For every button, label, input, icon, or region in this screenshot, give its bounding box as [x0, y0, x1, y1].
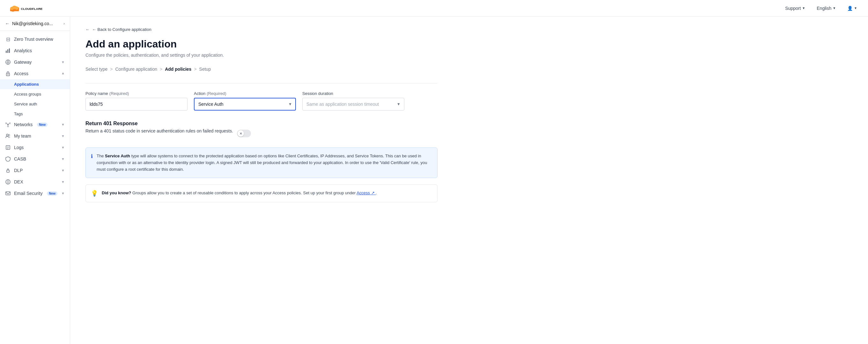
- step-add-policies[interactable]: Add policies: [165, 67, 191, 72]
- sidebar-label-dex: DEX: [14, 179, 23, 184]
- networks-chevron-icon: ▼: [61, 123, 65, 127]
- account-name: Nik@gristleking.co...: [12, 21, 53, 26]
- action-group: Action (Required) Allow Block Bypass Ser…: [194, 91, 296, 110]
- step-configure-app[interactable]: Configure application: [115, 67, 157, 72]
- sidebar-item-analytics[interactable]: Analytics: [0, 45, 70, 56]
- sidebar-item-logs[interactable]: Logs ▼: [0, 142, 70, 153]
- email-security-chevron-icon: ▼: [61, 192, 65, 195]
- policy-name-input[interactable]: [86, 98, 187, 110]
- action-select-wrapper: Allow Block Bypass Service Auth Non Iden…: [194, 98, 296, 110]
- action-required: (Required): [207, 91, 226, 96]
- zero-trust-icon: ⊟: [5, 36, 11, 42]
- steps-breadcrumb: Select type > Configure application > Ad…: [86, 67, 437, 72]
- svg-rect-10: [9, 48, 10, 53]
- sidebar-label-my-team: My team: [14, 133, 31, 139]
- sidebar-item-access[interactable]: Access ▼: [0, 68, 70, 79]
- sidebar-subitem-applications[interactable]: Applications: [0, 79, 70, 89]
- policy-name-group: Policy name (Required): [86, 91, 187, 110]
- session-duration-label: Session duration: [302, 91, 404, 96]
- sidebar-item-email-security[interactable]: Email Security New ▼: [0, 187, 70, 199]
- policy-name-required: (Required): [110, 91, 129, 96]
- info-icon: ℹ: [91, 153, 93, 173]
- svg-rect-33: [6, 192, 10, 195]
- sidebar-item-dlp[interactable]: DLP ▼: [0, 165, 70, 176]
- session-duration-select[interactable]: Same as application session timeout: [302, 98, 404, 110]
- email-security-icon: [5, 191, 11, 196]
- networks-icon: [5, 122, 11, 128]
- account-switcher[interactable]: ← Nik@gristleking.co... ›: [0, 16, 70, 31]
- email-security-badge: New: [47, 192, 57, 196]
- sidebar-subitem-access-groups[interactable]: Access groups: [0, 89, 70, 99]
- sidebar-subitem-tags[interactable]: Tags: [0, 109, 70, 119]
- step-arrow-2: >: [160, 67, 162, 72]
- svg-text:CLOUDFLARE: CLOUDFLARE: [21, 7, 43, 10]
- sidebar-label-casb: CASB: [14, 157, 26, 162]
- page-title: Add an application: [86, 38, 437, 50]
- sidebar-subitem-service-auth[interactable]: Service auth: [0, 99, 70, 109]
- svg-rect-8: [6, 50, 7, 53]
- svg-point-16: [5, 123, 7, 124]
- tip-box: 💡 Did you know? Groups allow you to crea…: [86, 184, 437, 202]
- page-subtitle: Configure the policies, authentication, …: [86, 53, 437, 58]
- dlp-chevron-icon: ▼: [61, 169, 65, 172]
- tip-lightbulb-icon: 💡: [91, 190, 98, 197]
- info-text: The Service Auth type will allow systems…: [97, 153, 432, 173]
- sidebar: ← Nik@gristleking.co... › ⊟ Zero Trust o…: [0, 16, 70, 344]
- sidebar-nav: ⊟ Zero Trust overview Analytics: [0, 31, 70, 202]
- svg-point-6: [15, 6, 19, 9]
- policy-form-row: Policy name (Required) Action (Required)…: [86, 91, 437, 110]
- sidebar-item-dex[interactable]: DEX ▼: [0, 176, 70, 187]
- cloudflare-logo: CLOUDFLARE: [8, 3, 43, 13]
- gateway-chevron-icon: ▼: [61, 60, 65, 64]
- access-link[interactable]: Access ↗: [356, 191, 376, 195]
- sidebar-item-my-team[interactable]: My team ▼: [0, 130, 70, 142]
- toggle-knob: ✕: [238, 130, 244, 137]
- return-401-toggle[interactable]: ✕: [237, 130, 251, 137]
- support-button[interactable]: Support ▼: [782, 4, 808, 13]
- access-submenu: Applications Access groups Service auth …: [0, 79, 70, 119]
- back-arrow-icon: ←: [86, 27, 90, 32]
- main-content: ← ← Back to Configure application Add an…: [70, 16, 868, 344]
- account-chevron-icon: ▼: [854, 6, 857, 10]
- dlp-icon: [5, 168, 11, 173]
- account-button[interactable]: 👤 ▼: [844, 4, 860, 13]
- sidebar-item-gateway[interactable]: Gateway ▼: [0, 56, 70, 68]
- tip-prefix: Did you know?: [102, 191, 131, 195]
- dex-chevron-icon: ▼: [61, 180, 65, 184]
- sidebar-item-zero-trust[interactable]: ⊟ Zero Trust overview: [0, 33, 70, 45]
- svg-point-14: [8, 74, 9, 75]
- support-chevron-icon: ▼: [802, 6, 805, 10]
- tip-suffix: .: [376, 191, 377, 195]
- divider: [86, 83, 437, 83]
- sidebar-label-access: Access: [14, 71, 28, 76]
- logs-chevron-icon: ▼: [61, 145, 65, 149]
- logo-area: CLOUDFLARE: [8, 3, 43, 13]
- language-button[interactable]: English ▼: [813, 4, 839, 13]
- sidebar-label-networks: Networks: [14, 122, 33, 127]
- service-auth-info-box: ℹ The Service Auth type will allow syste…: [86, 147, 437, 178]
- svg-line-20: [8, 124, 9, 124]
- sidebar-label-dlp: DLP: [14, 168, 23, 173]
- step-select-type[interactable]: Select type: [86, 67, 107, 72]
- sidebar-label-logs: Logs: [14, 145, 24, 150]
- sidebar-label-analytics: Analytics: [14, 48, 32, 53]
- app-layout: ← Nik@gristleking.co... › ⊟ Zero Trust o…: [0, 16, 868, 344]
- sidebar-item-casb[interactable]: CASB ▼: [0, 153, 70, 165]
- step-setup[interactable]: Setup: [199, 67, 211, 72]
- svg-rect-28: [7, 170, 9, 172]
- svg-point-23: [9, 134, 10, 136]
- policy-name-label: Policy name (Required): [86, 91, 187, 96]
- svg-point-30: [7, 181, 9, 183]
- sidebar-item-networks[interactable]: Networks New ▼: [0, 119, 70, 130]
- action-select[interactable]: Allow Block Bypass Service Auth Non Iden…: [194, 98, 296, 110]
- action-label: Action (Required): [194, 91, 296, 96]
- step-arrow-3: >: [194, 67, 196, 72]
- svg-point-17: [9, 123, 10, 124]
- return-401-title: Return 401 Response: [86, 121, 437, 127]
- svg-line-19: [7, 124, 8, 124]
- return-401-desc: Return a 401 status code in service auth…: [86, 128, 233, 133]
- back-link[interactable]: ← ← Back to Configure application: [86, 27, 152, 32]
- dex-icon: [5, 179, 11, 185]
- back-link-text: ← Back to Configure application: [92, 27, 152, 32]
- svg-rect-9: [7, 49, 8, 53]
